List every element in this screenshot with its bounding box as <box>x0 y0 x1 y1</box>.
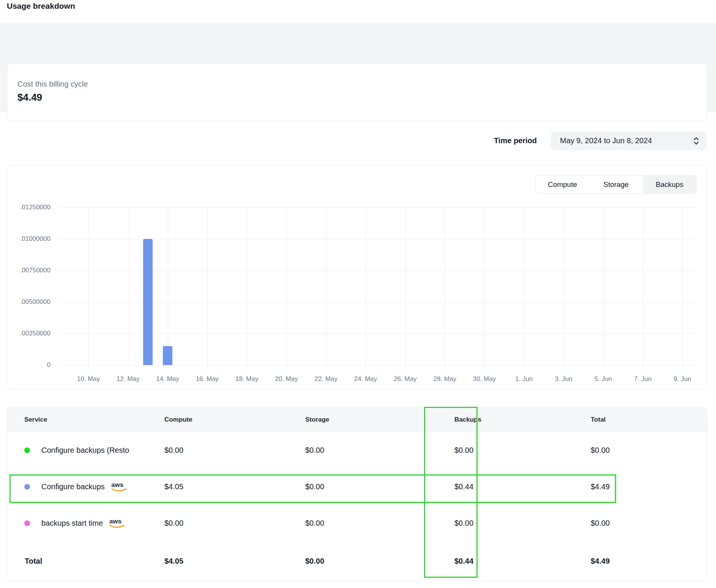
table-row: backups start time aws $0.00$0.00$0.00$0… <box>7 505 707 541</box>
v-gridline <box>287 207 287 370</box>
v-gridline <box>326 207 326 370</box>
column-header-total: Total <box>591 416 707 424</box>
service-cell: Configure backups aws <box>24 481 164 493</box>
y-axis-label: .01250000 <box>5 203 50 212</box>
time-period-value: May 9, 2024 to Jun 8, 2024 <box>560 136 693 145</box>
v-gridline <box>128 207 128 370</box>
compute-cell: $0.00 <box>164 446 305 455</box>
x-axis-label: 30. May <box>466 375 503 383</box>
x-axis-label: 16. May <box>189 375 226 383</box>
x-axis-label: 18. May <box>229 375 265 383</box>
billing-cycle-card: Cost this billing cycle $4.49 <box>7 63 707 121</box>
x-axis-label: 24. May <box>347 375 384 383</box>
table-total-row: Total $4.05 $0.00 $0.44 $4.49 <box>7 541 707 581</box>
v-gridline <box>564 207 564 370</box>
aws-logo-icon: aws <box>110 481 128 493</box>
v-gridline <box>683 207 683 370</box>
x-axis-label: 28. May <box>427 375 463 383</box>
compute-cell: $0.00 <box>164 519 305 528</box>
x-axis-label: 22. May <box>308 375 344 383</box>
x-axis-label: 26. May <box>387 375 423 383</box>
v-gridline <box>484 207 485 370</box>
tab-compute[interactable]: Compute <box>536 175 589 193</box>
time-period-select[interactable]: May 9, 2024 to Jun 8, 2024 <box>551 132 706 150</box>
v-gridline <box>247 207 247 370</box>
table-header-row: Service Compute Storage Backups Total <box>7 408 707 432</box>
service-name: Configure backups (Resto <box>41 446 129 455</box>
usage-breakdown-page: Usage breakdown Cost this billing cycle … <box>0 0 716 588</box>
v-gridline <box>445 207 445 370</box>
svg-text:aws: aws <box>109 518 121 525</box>
x-axis-label: 5. Jun <box>585 375 621 383</box>
v-gridline <box>524 207 524 370</box>
total-compute: $4.05 <box>164 557 305 566</box>
series-color-dot <box>24 484 30 490</box>
column-header-backups: Backups <box>443 416 591 424</box>
y-axis-label: .01000000 <box>5 235 50 243</box>
total-storage: $0.00 <box>305 557 443 566</box>
backups-cell: $0.44 <box>443 482 591 491</box>
y-axis-label: .00250000 <box>5 329 50 338</box>
column-header-service: Service <box>24 416 164 424</box>
x-axis-label: 9. Jun <box>664 375 701 383</box>
storage-cell: $0.00 <box>305 446 443 455</box>
table-row: Configure backups aws $4.05$0.00$0.44$4.… <box>7 468 707 505</box>
x-axis-label: 12. May <box>110 375 146 383</box>
y-axis-label: .00500000 <box>5 298 50 306</box>
service-cell: backups start time aws <box>24 517 164 529</box>
total-cell: $4.49 <box>591 482 707 491</box>
x-axis-label: 1. Jun <box>506 375 542 383</box>
table-row: Configure backups (Resto$0.00$0.00$0.00$… <box>7 432 707 468</box>
v-gridline <box>405 207 405 370</box>
total-cell: $0.00 <box>591 446 707 455</box>
x-axis-label: 10. May <box>70 375 107 383</box>
storage-cell: $0.00 <box>305 482 443 491</box>
compute-cell: $4.05 <box>164 482 305 491</box>
column-header-compute: Compute <box>164 416 305 424</box>
x-axis-label: 3. Jun <box>546 375 582 383</box>
y-axis-label: 0 <box>5 361 50 369</box>
aws-logo-icon: aws <box>108 517 126 529</box>
x-axis-label: 20. May <box>268 375 305 383</box>
column-header-storage: Storage <box>305 416 443 424</box>
service-cell: Configure backups (Resto <box>24 446 164 455</box>
time-period-label: Time period <box>494 136 537 145</box>
x-axis-label: 7. Jun <box>625 375 661 383</box>
backups-cell: $0.00 <box>443 446 591 455</box>
total-total: $4.49 <box>591 557 707 566</box>
select-updown-icon <box>693 136 700 146</box>
h-gridline <box>59 270 695 271</box>
h-gridline <box>59 207 695 208</box>
series-color-dot <box>24 447 30 453</box>
h-gridline <box>59 365 695 365</box>
svg-text:aws: aws <box>111 481 123 488</box>
v-gridline <box>207 207 208 370</box>
service-name: Configure backups <box>41 482 105 491</box>
y-axis-label: .00750000 <box>5 266 50 275</box>
total-backups: $0.44 <box>443 557 591 566</box>
v-gridline <box>603 207 604 370</box>
v-gridline <box>88 207 89 370</box>
bar-13-may[interactable] <box>143 239 153 365</box>
service-name: backups start time <box>41 519 103 528</box>
usage-chart-panel <box>7 165 707 389</box>
total-cell: $0.00 <box>591 519 707 528</box>
x-axis-label: 14. May <box>150 375 186 383</box>
storage-cell: $0.00 <box>305 519 443 528</box>
total-label: Total <box>24 557 164 566</box>
h-gridline <box>59 302 695 302</box>
tab-backups[interactable]: Backups <box>643 175 696 193</box>
v-gridline <box>643 207 643 370</box>
billing-summary-band: Cost this billing cycle $4.49 <box>0 24 716 112</box>
bar-14-may[interactable] <box>163 346 172 365</box>
series-color-dot <box>24 520 30 526</box>
h-gridline <box>59 334 695 334</box>
chart-metric-tabs: ComputeStorageBackups <box>535 175 697 194</box>
usage-table: Service Compute Storage Backups Total Co… <box>7 408 707 581</box>
page-title: Usage breakdown <box>7 2 75 11</box>
backups-cell: $0.00 <box>443 519 591 528</box>
billing-cycle-amount: $4.49 <box>17 92 707 103</box>
tab-storage[interactable]: Storage <box>589 175 643 193</box>
h-gridline <box>59 239 695 239</box>
billing-cycle-label: Cost this billing cycle <box>17 80 707 89</box>
